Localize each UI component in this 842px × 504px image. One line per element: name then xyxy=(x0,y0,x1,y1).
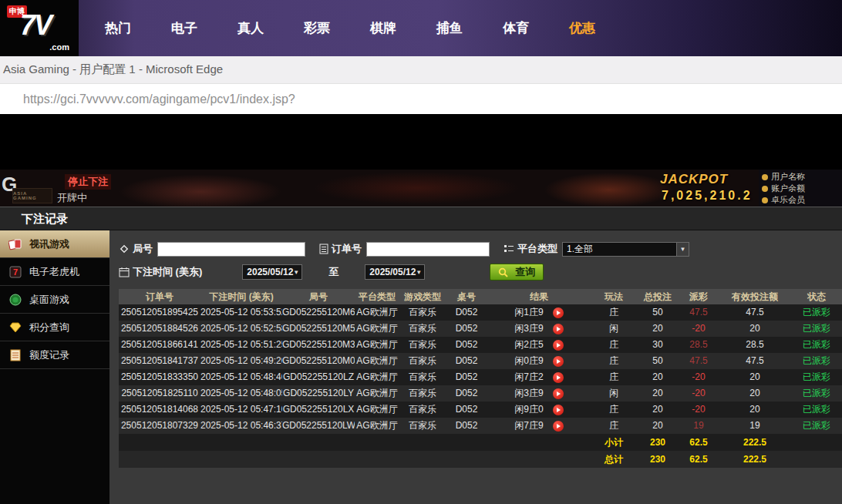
date-to-value: 2025/05/12 xyxy=(369,267,416,277)
table-cell: 47.5 xyxy=(719,304,791,321)
play-video-button[interactable] xyxy=(553,356,564,367)
empty-cell xyxy=(399,451,446,468)
payout-cell: 28.5 xyxy=(679,337,719,353)
table-cell: 庄 xyxy=(591,369,637,385)
payout-cell: -20 xyxy=(679,385,719,402)
table-cell: 20 xyxy=(637,369,679,385)
status-badge: 已派彩 xyxy=(791,304,842,321)
subtotal-value: 小计 xyxy=(591,434,637,451)
table-cell: D052 xyxy=(446,369,487,385)
column-header: 总投注 xyxy=(637,289,679,304)
svg-text:7: 7 xyxy=(13,267,18,277)
sidebar-item-label: 桌面游戏 xyxy=(29,293,69,307)
play-video-button[interactable] xyxy=(553,340,564,351)
coin-icon xyxy=(762,186,768,192)
query-button[interactable]: 查询 xyxy=(490,264,544,281)
nav-item-promo[interactable]: 优惠 xyxy=(549,0,615,56)
sidebar-item-points[interactable]: 积分查询 xyxy=(0,314,109,341)
sidebar-item-video-games[interactable]: 视讯游戏 xyxy=(0,230,109,258)
table-row: 2505120518954252025-05-12 05:53:52GD0522… xyxy=(119,304,842,321)
play-video-button[interactable] xyxy=(553,388,564,399)
table-cell: 2025-05-12 05:46:37 xyxy=(200,418,282,434)
table-cell: 百家乐 xyxy=(399,304,446,321)
table-cell: GD052255120M5 xyxy=(282,321,355,337)
result-text: 闲9庄0 xyxy=(514,402,543,418)
nav-item-live[interactable]: 真人 xyxy=(217,0,284,56)
nav-item-chess[interactable]: 棋牌 xyxy=(350,0,416,56)
url-text[interactable]: https://gci.7vvvvvv.com/agingame/pcv1/in… xyxy=(0,92,295,106)
result-text: 闲2庄5 xyxy=(514,337,543,353)
jackpot-label: JACKPOT xyxy=(660,172,728,187)
payout-cell: 47.5 xyxy=(679,304,719,321)
table-cell: 百家乐 xyxy=(399,418,446,434)
table-cell: GD052255120LY xyxy=(282,385,355,402)
page-gap xyxy=(0,114,842,170)
table-row: 2505120518845262025-05-12 05:52:58GD0522… xyxy=(119,321,842,337)
table-cell: 百家乐 xyxy=(399,402,446,418)
play-video-button[interactable] xyxy=(553,421,564,432)
table-cell: 250512051833350 xyxy=(119,369,200,385)
table-cell: AG欧洲厅 xyxy=(355,369,399,385)
status-badge: 已派彩 xyxy=(791,369,842,385)
table-cell: 2025-05-12 05:53:52 xyxy=(200,304,282,321)
table-cell: 250512051866141 xyxy=(119,337,200,353)
table-cell: 250512051807329 xyxy=(119,418,200,434)
date-from-value: 2025/05/12 xyxy=(247,267,293,277)
dealing-label: 开牌中 xyxy=(57,191,87,205)
play-video-button[interactable] xyxy=(553,324,564,334)
table-cell: 19 xyxy=(719,418,791,434)
table-cell: 庄 xyxy=(591,402,637,418)
nav-item-fishing[interactable]: 捕鱼 xyxy=(416,0,483,56)
sidebar-item-slots[interactable]: 7电子老虎机 xyxy=(0,258,109,286)
nav-item-sports[interactable]: 体育 xyxy=(483,0,549,56)
site-logo[interactable]: 申博 7V .com xyxy=(0,0,79,56)
play-icon xyxy=(557,424,561,428)
query-button-label: 查询 xyxy=(515,265,535,279)
result-text: 闲3庄9 xyxy=(514,321,543,337)
column-header: 结果 xyxy=(487,289,591,304)
round-input[interactable] xyxy=(157,242,305,257)
search-icon xyxy=(498,267,508,277)
date-from-picker[interactable]: 2025/05/12 ▼ xyxy=(242,264,302,280)
empty-cell xyxy=(355,434,399,451)
order-input[interactable] xyxy=(366,242,490,257)
empty-cell xyxy=(487,451,591,468)
table-cell: D052 xyxy=(446,304,487,321)
table-cell: 20 xyxy=(637,321,679,337)
order-label: 订单号 xyxy=(332,242,362,256)
nav-item-slots[interactable]: 电子 xyxy=(151,0,217,56)
browser-urlbar: https://gci.7vvvvvv.com/agingame/pcv1/in… xyxy=(0,84,842,114)
play-video-button[interactable] xyxy=(553,372,564,383)
sidebar-item-table-games[interactable]: 桌面游戏 xyxy=(0,286,109,314)
column-header: 下注时间 (美东) xyxy=(200,289,282,304)
result-cell: 闲7庄9 xyxy=(487,418,591,434)
play-video-button[interactable] xyxy=(553,307,564,318)
nav-item-hot[interactable]: 热门 xyxy=(85,0,151,56)
subtotal-row: 小计23062.5222.5 xyxy=(119,434,842,451)
table-cell: 庄 xyxy=(591,304,637,321)
table-cell: 2025-05-12 05:52:58 xyxy=(200,321,282,337)
result-text: 闲0庄9 xyxy=(514,353,543,369)
column-header: 桌号 xyxy=(446,289,487,304)
platform-select[interactable]: 1.全部 ▼ xyxy=(562,242,689,257)
play-video-button[interactable] xyxy=(553,405,564,415)
total-value: 62.5 xyxy=(679,451,719,468)
filter-row-1: 局号 订单号 平台类型 1.全部 ▼ xyxy=(119,240,842,258)
round-label: 局号 xyxy=(133,242,153,256)
play-icon xyxy=(557,359,561,364)
table-cell: 20 xyxy=(719,402,791,418)
sidebar-item-label: 电子老虎机 xyxy=(29,265,79,279)
result-text: 闲7庄9 xyxy=(514,418,543,434)
payout-cell: -20 xyxy=(679,321,719,337)
nav-item-lottery[interactable]: 彩票 xyxy=(284,0,350,56)
table-cell: 47.5 xyxy=(719,353,791,369)
user-info-line: 用户名称 xyxy=(762,171,839,183)
date-to-picker[interactable]: 2025/05/12 ▼ xyxy=(365,264,425,280)
table-cell: 250512051884526 xyxy=(119,321,200,337)
sidebar-item-quota[interactable]: 额度记录 xyxy=(0,341,109,369)
table-cell: 2025-05-12 05:48:05 xyxy=(200,385,282,402)
status-badge: 已派彩 xyxy=(791,321,842,337)
table-cell: 20 xyxy=(719,369,791,385)
table-cell: GD052255120LX xyxy=(282,402,355,418)
table-cell: 百家乐 xyxy=(399,321,446,337)
